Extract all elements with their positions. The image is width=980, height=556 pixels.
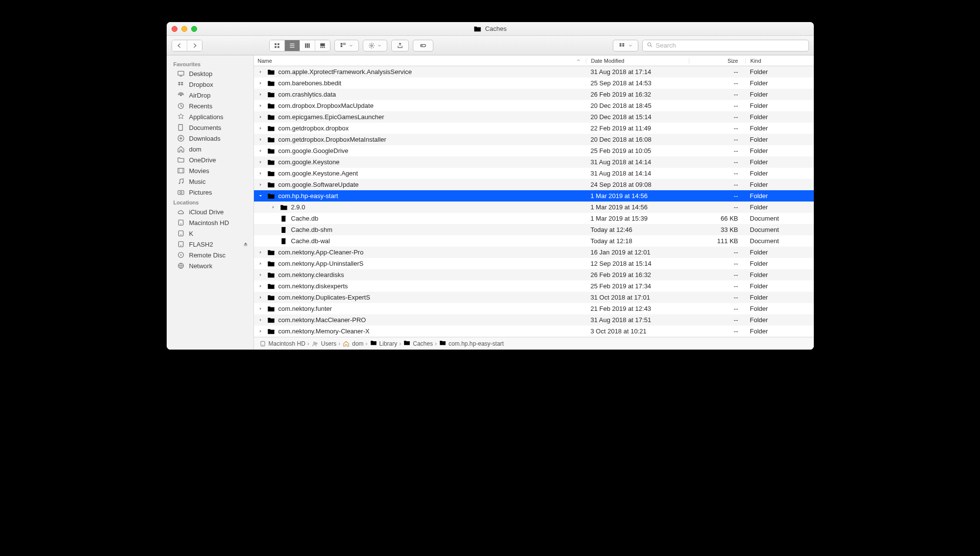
icon-view-button[interactable] [270,40,285,51]
close-button[interactable] [172,26,177,32]
chevron-right-icon[interactable] [258,80,264,86]
chevron-right-icon[interactable] [258,306,264,312]
table-row[interactable]: com.google.GoogleDrive25 Feb 2019 at 10:… [254,145,814,156]
table-row[interactable]: Cache.db-shmToday at 12:4633 KBDocument [254,224,814,235]
path-segment[interactable]: Users [311,340,336,348]
path-segment[interactable]: com.hp.hp-easy-start [439,340,504,348]
back-button[interactable] [172,40,187,51]
sidebar-item-applications[interactable]: Applications [167,111,253,122]
chevron-right-icon[interactable] [258,171,264,177]
table-row[interactable]: com.nektony.MacCleaner-PRO31 Aug 2018 at… [254,314,814,326]
table-row[interactable]: com.google.SoftwareUpdate24 Sep 2018 at … [254,179,814,190]
table-row[interactable]: com.nektony.Duplicates-ExpertS31 Oct 201… [254,292,814,303]
sidebar-item-desktop[interactable]: Desktop [167,68,253,79]
table-row[interactable]: Cache.db-walToday at 12:18111 KBDocument [254,235,814,247]
folder-icon [267,248,276,257]
group-by-button[interactable] [334,40,359,51]
sidebar-item-recents[interactable]: Recents [167,101,253,111]
search-input[interactable] [656,42,804,49]
table-row[interactable]: com.google.Keystone31 Aug 2018 at 14:14-… [254,156,814,168]
chevron-down-icon[interactable] [258,193,264,199]
chevron-right-icon[interactable] [258,159,264,165]
edit-tags-button[interactable] [413,40,433,51]
table-row[interactable]: com.nektony.diskexperts25 Feb 2019 at 17… [254,280,814,292]
table-row[interactable]: com.nektony.cleardisks26 Feb 2019 at 16:… [254,269,814,280]
table-row[interactable]: com.barebones.bbedit25 Sep 2018 at 14:53… [254,77,814,89]
dropbox-button[interactable] [613,40,638,51]
sidebar-item-downloads[interactable]: Downloads [167,133,253,144]
path-segment[interactable]: Macintosh HD [259,340,305,348]
cell-date: 25 Sep 2018 at 14:53 [586,79,689,87]
chevron-right-icon[interactable] [258,317,264,323]
sidebar[interactable]: FavouritesDesktopDropboxAirDropRecentsAp… [167,55,254,350]
sidebar-item-k[interactable]: K [167,228,253,239]
sidebar-item-movies[interactable]: Movies [167,165,253,176]
chevron-right-icon[interactable] [258,148,264,154]
sidebar-item-documents[interactable]: Documents [167,122,253,133]
column-kind[interactable]: Kind [745,58,814,64]
sidebar-item-onedrive[interactable]: OneDrive [167,154,253,165]
sidebar-item-remote-disc[interactable]: Remote Disc [167,250,253,260]
table-row[interactable]: com.getdropbox.DropboxMetaInstaller20 De… [254,134,814,145]
chevron-right-icon[interactable] [258,261,264,267]
sidebar-item-pictures[interactable]: Pictures [167,187,253,198]
gallery-view-button[interactable] [315,40,330,51]
path-segment[interactable]: Library [370,340,398,348]
window-title: Caches [167,22,814,35]
chevron-right-icon: › [338,340,340,347]
table-row[interactable]: com.crashlytics.data26 Feb 2019 at 16:32… [254,89,814,100]
sidebar-item-music[interactable]: Music [167,176,253,187]
table-row[interactable]: com.nektony.App-UninstallerS12 Sep 2018 … [254,258,814,269]
table-row[interactable]: com.nektony.App-Cleaner-Pro16 Jan 2019 a… [254,247,814,258]
chevron-right-icon[interactable] [258,250,264,255]
sidebar-item-icloud-drive[interactable]: iCloud Drive [167,206,253,217]
sidebar-item-dropbox[interactable]: Dropbox [167,79,253,90]
sidebar-item-network[interactable]: Network [167,260,253,271]
table-row[interactable]: com.dropbox.DropboxMacUpdate20 Dec 2018 … [254,100,814,111]
cell-size: 66 KB [689,215,745,222]
chevron-right-icon[interactable] [258,137,264,143]
column-size[interactable]: Size [689,58,745,64]
chevron-right-icon[interactable] [258,126,264,131]
table-row[interactable]: com.apple.XprotectFramework.AnalysisServ… [254,66,814,77]
chevron-right-icon[interactable] [271,204,276,210]
table-row[interactable]: 2.9.01 Mar 2019 at 14:56--Folder [254,202,814,213]
cell-date: 25 Feb 2019 at 10:05 [586,147,689,154]
chevron-right-icon[interactable] [258,92,264,98]
cell-size: -- [689,158,745,166]
chevron-right-icon[interactable] [258,295,264,301]
chevron-right-icon[interactable] [258,283,264,289]
eject-icon[interactable] [243,241,249,247]
table-row[interactable]: Cache.db1 Mar 2019 at 15:3966 KBDocument [254,213,814,224]
share-button[interactable] [391,40,409,51]
column-date[interactable]: Date Modified [586,58,689,64]
chevron-right-icon[interactable] [258,329,264,334]
chevron-right-icon[interactable] [258,103,264,109]
column-view-button[interactable] [300,40,315,51]
sidebar-item-macintosh-hd[interactable]: Macintosh HD [167,217,253,228]
chevron-right-icon[interactable] [258,272,264,278]
table-row[interactable]: com.hp.hp-easy-start1 Mar 2019 at 14:56-… [254,190,814,202]
chevron-right-icon[interactable] [258,69,264,75]
table-row[interactable]: com.getdropbox.dropbox22 Feb 2019 at 11:… [254,123,814,134]
list-view-button[interactable] [285,40,300,51]
table-row[interactable]: com.nektony.Memory-Cleaner-X3 Oct 2018 a… [254,326,814,337]
chevron-right-icon[interactable] [258,182,264,188]
table-row[interactable]: com.google.Keystone.Agent31 Aug 2018 at … [254,168,814,179]
file-list[interactable]: com.apple.XprotectFramework.AnalysisServ… [254,66,814,337]
sidebar-item-dom[interactable]: dom [167,144,253,154]
forward-button[interactable] [187,40,202,51]
action-menu-button[interactable] [363,40,387,51]
zoom-button[interactable] [191,26,197,32]
folder-icon [267,316,276,325]
table-row[interactable]: com.epicgames.EpicGamesLauncher20 Dec 20… [254,111,814,123]
minimize-button[interactable] [181,26,187,32]
path-segment[interactable]: dom [342,340,363,348]
sidebar-item-flash2[interactable]: FLASH2 [167,239,253,250]
table-row[interactable]: com.nektony.funter21 Feb 2019 at 12:43--… [254,303,814,314]
sidebar-item-airdrop[interactable]: AirDrop [167,90,253,101]
path-segment[interactable]: Caches [403,340,433,348]
column-name[interactable]: Name [254,58,586,64]
search-box[interactable] [642,40,809,51]
chevron-right-icon[interactable] [258,114,264,120]
